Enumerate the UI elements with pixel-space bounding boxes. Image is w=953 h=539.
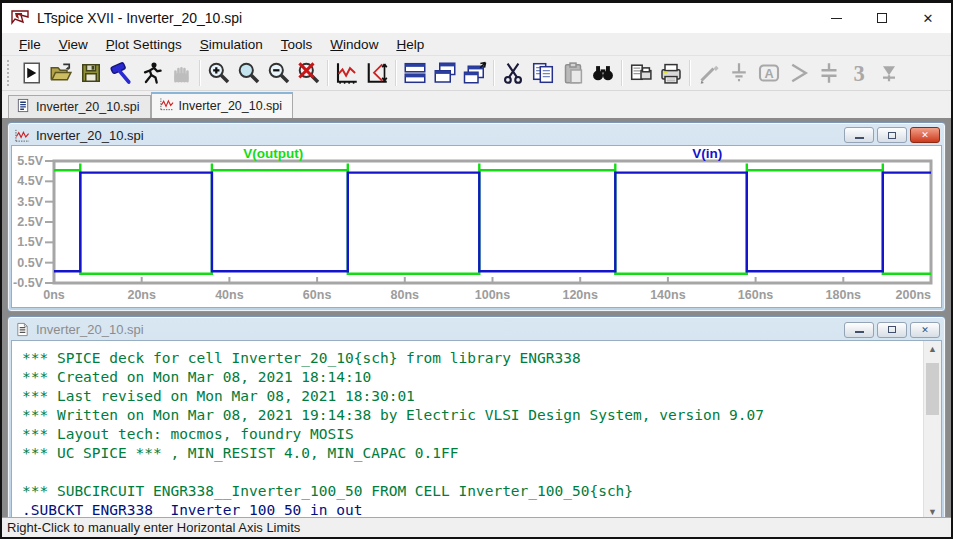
cut-button[interactable] bbox=[498, 58, 528, 88]
find-button[interactable] bbox=[588, 58, 618, 88]
waveform-plot-svg: 5.5V4.5V3.5V2.5V1.5V0.5V-0.5V0ns20ns40ns… bbox=[12, 146, 941, 307]
cascade-windows-button[interactable] bbox=[430, 58, 460, 88]
y-tick-label: 5.5V bbox=[17, 154, 43, 168]
toolbar-separator bbox=[689, 60, 691, 86]
scroll-up-arrow[interactable]: ▲ bbox=[924, 341, 941, 357]
tabbar: Inverter_20_10.spiInverter_20_10.spi bbox=[2, 91, 951, 118]
inductor-button: 3 bbox=[844, 58, 874, 88]
scrollbar-track[interactable] bbox=[924, 357, 941, 504]
open-folder-button[interactable] bbox=[46, 58, 76, 88]
x-tick-label: 100ns bbox=[475, 288, 510, 302]
run-netlist-icon bbox=[19, 61, 43, 85]
zoom-vertical-plot-icon bbox=[365, 61, 389, 85]
print-button[interactable] bbox=[656, 58, 686, 88]
netlist-line: *** SPICE deck for cell Inverter_20_10{s… bbox=[22, 349, 923, 368]
tab-netlist[interactable]: Inverter_20_10.spi bbox=[8, 95, 151, 118]
menu-tools[interactable]: Tools bbox=[272, 35, 322, 54]
netlist-line: *** Last revised on Mon Mar 08, 2021 18:… bbox=[22, 387, 923, 406]
print-preview-icon bbox=[629, 61, 653, 85]
zoom-full-button[interactable] bbox=[234, 58, 264, 88]
netlist-editor[interactable]: *** SPICE deck for cell Inverter_20_10{s… bbox=[12, 341, 923, 517]
zoom-out-button[interactable] bbox=[264, 58, 294, 88]
open-folder-icon bbox=[49, 61, 73, 85]
paste-icon bbox=[561, 61, 585, 85]
toolbar-separator bbox=[327, 60, 329, 86]
bring-to-front-icon bbox=[463, 61, 487, 85]
control-panel-hammer-icon bbox=[109, 61, 133, 85]
scroll-down-arrow[interactable]: ▼ bbox=[924, 504, 941, 517]
cut-icon bbox=[501, 61, 525, 85]
menu-file[interactable]: File bbox=[10, 35, 50, 54]
autorange-plot-button[interactable] bbox=[332, 58, 362, 88]
run-netlist-button[interactable] bbox=[16, 58, 46, 88]
bring-to-front-button[interactable] bbox=[460, 58, 490, 88]
maximize-button[interactable] bbox=[859, 3, 905, 33]
scrollbar-thumb[interactable] bbox=[926, 363, 939, 415]
netlist-line: *** Layout tech: mocmos, foundry MOSIS bbox=[22, 425, 923, 444]
waveform-icon bbox=[15, 128, 30, 143]
close-button[interactable]: ✕ bbox=[905, 3, 951, 33]
autorange-plot-icon bbox=[335, 61, 359, 85]
waveform-icon bbox=[159, 97, 174, 112]
netlist-line: *** SUBCIRCUIT ENGR338__Inverter_100_50 … bbox=[22, 482, 923, 501]
titlebar: LTspice XVII - Inverter_20_10.spi ✕ bbox=[2, 3, 951, 33]
paste-button bbox=[558, 58, 588, 88]
netlist-doc-icon bbox=[16, 98, 31, 113]
netlist-minimize-button[interactable] bbox=[844, 322, 874, 338]
menu-view[interactable]: View bbox=[50, 35, 97, 54]
netlist-restore-button[interactable] bbox=[877, 322, 907, 338]
menu-help[interactable]: Help bbox=[387, 35, 433, 54]
netlist-window-titlebar[interactable]: Inverter_20_10.spi ✕ bbox=[11, 319, 942, 340]
x-tick-label: 60ns bbox=[303, 288, 332, 302]
wave-minimize-button[interactable] bbox=[844, 127, 874, 143]
tile-windows-icon bbox=[403, 61, 427, 85]
diode-button bbox=[874, 58, 904, 88]
waveform-window-titlebar[interactable]: Inverter_20_10.spi ✕ bbox=[11, 125, 942, 145]
netlist-line: *** Written on Mon Mar 08, 2021 19:14:38… bbox=[22, 406, 923, 425]
wave-close-button[interactable]: ✕ bbox=[910, 127, 940, 143]
y-tick-label: 4.5V bbox=[17, 175, 43, 189]
run-simulation-button[interactable] bbox=[136, 58, 166, 88]
trace-label-voutput[interactable]: V(output) bbox=[243, 146, 303, 161]
tile-windows-button[interactable] bbox=[400, 58, 430, 88]
toolbar: A3 bbox=[2, 56, 951, 91]
waveform-plot[interactable]: 5.5V4.5V3.5V2.5V1.5V0.5V-0.5V0ns20ns40ns… bbox=[11, 145, 942, 308]
x-tick-label: 40ns bbox=[215, 288, 244, 302]
x-tick-label: 80ns bbox=[391, 288, 420, 302]
minimize-button[interactable] bbox=[813, 3, 859, 33]
zoom-vertical-plot-button[interactable] bbox=[362, 58, 392, 88]
component-arrow-icon bbox=[787, 61, 811, 85]
x-tick-label: 140ns bbox=[650, 288, 685, 302]
zoom-in-button[interactable] bbox=[204, 58, 234, 88]
save-button[interactable] bbox=[76, 58, 106, 88]
wave-restore-button[interactable] bbox=[877, 127, 907, 143]
halt-simulation-button bbox=[166, 58, 196, 88]
statusbar: Right-Click to manually enter Horizontal… bbox=[2, 517, 951, 537]
wire-pencil-button bbox=[694, 58, 724, 88]
status-text: Right-Click to manually enter Horizontal… bbox=[7, 520, 300, 535]
zoom-back-button[interactable] bbox=[294, 58, 324, 88]
x-tick-label: 120ns bbox=[562, 288, 597, 302]
menu-plot-settings[interactable]: Plot Settings bbox=[97, 35, 191, 54]
x-tick-label: 200ns bbox=[896, 288, 931, 302]
control-panel-hammer-button[interactable] bbox=[106, 58, 136, 88]
capacitor-button bbox=[814, 58, 844, 88]
run-simulation-icon bbox=[139, 61, 163, 85]
copy-button[interactable] bbox=[528, 58, 558, 88]
net-label-button: A bbox=[754, 58, 784, 88]
trace-label-vin[interactable]: V(in) bbox=[692, 146, 722, 161]
netlist-window: Inverter_20_10.spi ✕ *** SPICE deck for … bbox=[7, 316, 946, 517]
tab-waveform[interactable]: Inverter_20_10.spi bbox=[151, 92, 294, 118]
ground-button bbox=[724, 58, 754, 88]
y-tick-label: -0.5V bbox=[13, 276, 44, 290]
save-icon bbox=[79, 61, 103, 85]
print-preview-button[interactable] bbox=[626, 58, 656, 88]
netlist-line bbox=[22, 463, 923, 482]
netlist-close-button[interactable]: ✕ bbox=[910, 322, 940, 338]
waveform-window-title: Inverter_20_10.spi bbox=[36, 128, 144, 143]
menu-window[interactable]: Window bbox=[321, 35, 387, 54]
zoom-back-icon bbox=[297, 61, 321, 85]
netlist-line: *** Created on Mon Mar 08, 2021 18:14:10 bbox=[22, 368, 923, 387]
capacitor-icon bbox=[817, 61, 841, 85]
menu-simulation[interactable]: Simulation bbox=[191, 35, 272, 54]
